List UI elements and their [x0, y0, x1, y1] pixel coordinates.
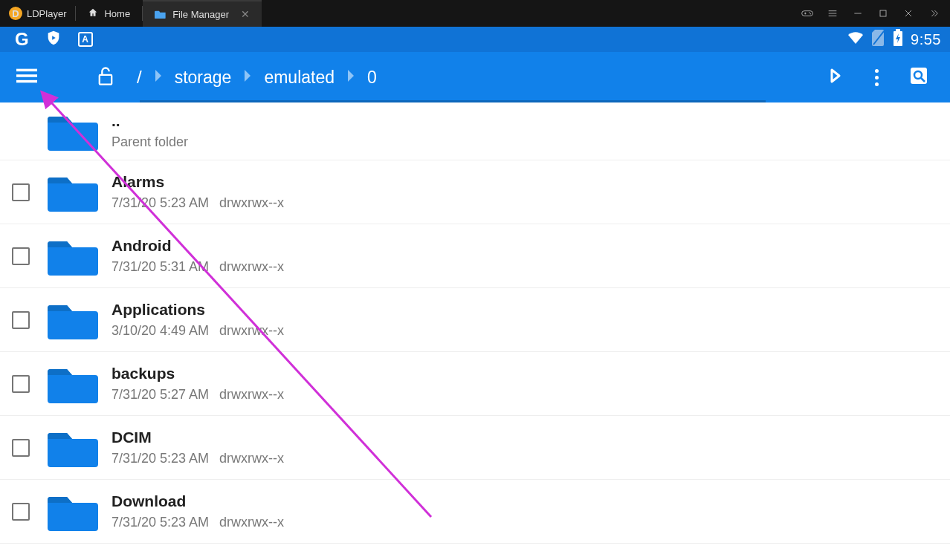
svg-rect-15	[16, 69, 37, 72]
folder-icon	[46, 299, 100, 341]
file-date: 7/31/20 5:23 AM	[112, 195, 209, 211]
checkbox[interactable]	[12, 503, 30, 521]
file-perms: drwxrwx--x	[219, 387, 284, 403]
product-name: LDPlayer	[27, 8, 66, 19]
crumb-root[interactable]: /	[137, 67, 142, 88]
titlebar-left: D LDPlayer Home File Manager ✕	[0, 0, 262, 27]
svg-rect-17	[16, 80, 37, 83]
breadcrumb[interactable]: / storage emulated 0	[137, 67, 805, 88]
android-statusbar: G A 9:55	[0, 27, 950, 52]
folder-icon	[46, 427, 100, 469]
menu-icon[interactable]	[827, 7, 838, 19]
crumb-emulated[interactable]: emulated	[264, 68, 335, 88]
wifi-icon	[847, 30, 865, 48]
svg-rect-14	[896, 29, 900, 31]
svg-rect-16	[16, 74, 37, 77]
file-name: Download	[112, 492, 284, 510]
close-tab-icon[interactable]: ✕	[241, 8, 250, 20]
breadcrumb-underline	[140, 100, 766, 102]
tab-file-manager[interactable]: File Manager ✕	[143, 0, 262, 27]
tab-label: File Manager	[172, 9, 229, 20]
file-info: Android7/31/20 5:31 AMdrwxrwx--x	[112, 237, 284, 275]
window-titlebar: D LDPlayer Home File Manager ✕	[0, 0, 950, 27]
chevron-right-icon	[152, 68, 164, 88]
status-right: 9:55	[847, 29, 941, 50]
keyboard-a-icon: A	[78, 32, 93, 47]
folder-icon	[155, 9, 167, 19]
search-button[interactable]	[910, 67, 928, 88]
file-date: 7/31/20 5:31 AM	[112, 259, 209, 275]
file-info: DCIM7/31/20 5:23 AMdrwxrwx--x	[112, 429, 284, 466]
ldplayer-icon: D	[9, 7, 22, 20]
checkbox[interactable]	[12, 375, 30, 393]
shield-play-icon	[45, 30, 62, 49]
file-perms: drwxrwx--x	[219, 195, 284, 211]
folder-icon	[46, 111, 100, 152]
file-row[interactable]: Alarms7/31/20 5:23 AMdrwxrwx--x	[0, 160, 950, 224]
app-toolbar: / storage emulated 0	[0, 52, 950, 102]
checkbox[interactable]	[12, 183, 30, 201]
file-perms: drwxrwx--x	[219, 451, 284, 466]
svg-point-4	[810, 13, 811, 14]
file-row[interactable]: Applications3/10/20 4:49 AMdrwxrwx--x	[0, 288, 950, 352]
folder-icon	[46, 172, 100, 213]
chevron-right-icon	[345, 68, 357, 88]
expand-icon[interactable]	[928, 7, 940, 19]
gamepad-icon[interactable]	[801, 7, 813, 19]
file-row[interactable]: backups7/31/20 5:27 AMdrwxrwx--x	[0, 352, 950, 416]
tab-home[interactable]: Home	[76, 0, 142, 27]
status-left: G A	[15, 29, 93, 50]
file-name: backups	[112, 365, 284, 382]
checkbox[interactable]	[12, 439, 30, 457]
file-name: DCIM	[112, 429, 284, 446]
file-sub: 7/31/20 5:23 AMdrwxrwx--x	[112, 515, 284, 530]
status-time: 9:55	[911, 31, 941, 48]
forward-button[interactable]	[826, 67, 844, 88]
folder-icon	[46, 491, 100, 533]
maximize-button[interactable]	[877, 7, 889, 19]
more-options-button[interactable]	[875, 69, 879, 86]
home-icon	[88, 7, 98, 20]
svg-rect-18	[100, 75, 112, 85]
file-row[interactable]: DCIM7/31/20 5:23 AMdrwxrwx--x	[0, 416, 950, 480]
tab-label: Home	[104, 8, 130, 19]
file-name: Android	[112, 237, 284, 255]
file-info: Applications3/10/20 4:49 AMdrwxrwx--x	[112, 301, 284, 339]
product-logo[interactable]: D LDPlayer	[0, 0, 75, 27]
checkbox[interactable]	[12, 311, 30, 329]
file-row-parent[interactable]: ..Parent folder	[0, 102, 950, 160]
battery-charging-icon	[893, 29, 903, 50]
checkbox[interactable]	[12, 247, 30, 265]
crumb-storage[interactable]: storage	[175, 68, 232, 88]
crumb-0[interactable]: 0	[367, 68, 377, 88]
file-row[interactable]: Download7/31/20 5:23 AMdrwxrwx--x	[0, 480, 950, 544]
file-sub: 7/31/20 5:31 AMdrwxrwx--x	[112, 259, 284, 275]
file-sub: 3/10/20 4:49 AMdrwxrwx--x	[112, 323, 284, 339]
file-info: backups7/31/20 5:27 AMdrwxrwx--x	[112, 365, 284, 403]
no-sim-icon	[872, 30, 885, 49]
file-name: Applications	[112, 301, 284, 319]
file-date: 7/31/20 5:23 AM	[112, 451, 209, 466]
file-date: 7/31/20 5:23 AM	[112, 515, 209, 530]
menu-hamburger-button[interactable]	[16, 65, 37, 89]
file-list[interactable]: ..Parent folderAlarms7/31/20 5:23 AMdrwx…	[0, 102, 950, 560]
file-date: 3/10/20 4:49 AM	[112, 323, 209, 339]
svg-point-3	[809, 12, 810, 13]
file-name: ..	[112, 112, 188, 130]
file-sub: 7/31/20 5:23 AMdrwxrwx--x	[112, 451, 284, 466]
toolbar-actions	[826, 67, 934, 88]
file-info: Download7/31/20 5:23 AMdrwxrwx--x	[112, 492, 284, 530]
minimize-button[interactable]	[852, 7, 864, 19]
lock-open-icon[interactable]	[95, 65, 116, 89]
file-row[interactable]: Android7/31/20 5:31 AMdrwxrwx--x	[0, 224, 950, 288]
file-sub: 7/31/20 5:23 AMdrwxrwx--x	[112, 195, 284, 211]
svg-rect-0	[802, 11, 813, 16]
folder-icon	[46, 235, 100, 277]
svg-rect-9	[880, 10, 886, 16]
file-info: Alarms7/31/20 5:23 AMdrwxrwx--x	[112, 173, 284, 211]
google-icon: G	[15, 29, 29, 50]
folder-icon	[46, 363, 100, 405]
file-info: ..Parent folder	[112, 112, 188, 150]
file-name: Alarms	[112, 173, 284, 191]
close-window-button[interactable]	[902, 7, 914, 19]
